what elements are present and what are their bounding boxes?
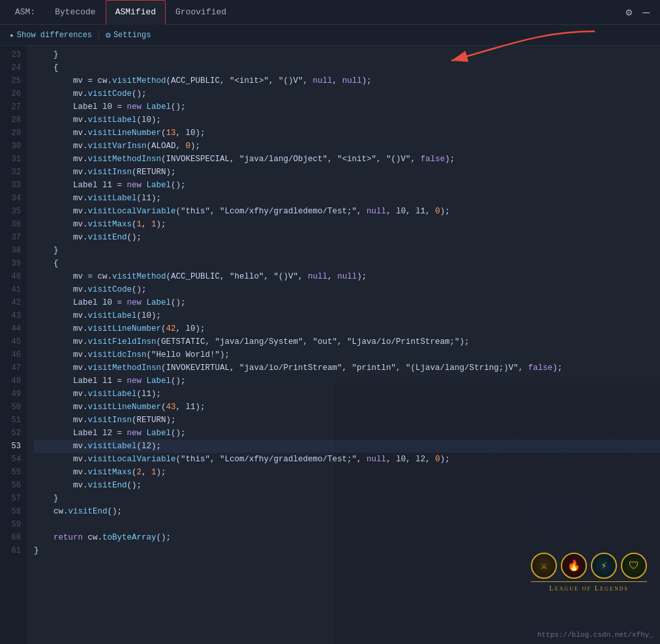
code-line: mv.visitEnd();	[34, 231, 660, 244]
code-line: Label l0 = new Label();	[34, 100, 660, 114]
gear-icon: ⚙	[106, 30, 111, 40]
line-number: 56	[0, 479, 21, 492]
toolbar: ✦ Show differences ⚙ Settings	[0, 25, 660, 46]
code-line: }	[34, 544, 660, 557]
line-number: 24	[0, 61, 21, 74]
diff-icon: ✦	[9, 30, 14, 40]
tab-asmified[interactable]: ASMified	[106, 0, 166, 25]
code-line: mv.visitMethodInsn(INVOKEVIRTUAL, "java/…	[34, 361, 660, 375]
line-number: 47	[0, 361, 21, 375]
line-number: 31	[0, 153, 21, 166]
code-line: mv.visitEnd();	[34, 479, 660, 492]
code-line: mv.visitLabel(l2);	[34, 440, 660, 453]
code-line: cw.visitEnd();	[34, 505, 660, 518]
line-number: 61	[0, 544, 21, 557]
code-line: mv.visitLineNumber(13, l0);	[34, 127, 660, 140]
line-number: 49	[0, 388, 21, 401]
line-number: 54	[0, 453, 21, 466]
code-line: mv.visitFieldInsn(GETSTATIC, "java/lang/…	[34, 335, 660, 348]
settings-icon[interactable]: ⚙	[621, 3, 638, 22]
line-number: 32	[0, 166, 21, 179]
code-line: mv = cw.visitMethod(ACC_PUBLIC, "hello",…	[34, 270, 660, 283]
line-number: 52	[0, 427, 21, 440]
line-number: 58	[0, 505, 21, 518]
code-line: mv.visitLocalVariable("this", "Lcom/xfhy…	[34, 453, 660, 466]
line-number: 43	[0, 309, 21, 322]
code-line: }	[34, 492, 660, 505]
code-line: Label l2 = new Label();	[34, 427, 660, 440]
line-number: 38	[0, 244, 21, 257]
code-line: mv.visitMaxs(2, 1);	[34, 466, 660, 479]
line-number: 41	[0, 283, 21, 296]
code-line: mv.visitLabel(l1);	[34, 388, 660, 401]
code-line: return cw.toByteArray();	[34, 531, 660, 544]
line-number: 25	[0, 74, 21, 87]
line-number: 42	[0, 296, 21, 309]
code-line: mv.visitMethodInsn(INVOKESPECIAL, "java/…	[34, 153, 660, 166]
code-line: }	[34, 244, 660, 257]
line-number: 36	[0, 218, 21, 231]
code-line: mv.visitLabel(l0);	[34, 309, 660, 322]
code-line: mv = cw.visitMethod(ACC_PUBLIC, "<init>"…	[34, 74, 660, 87]
code-line: mv.visitInsn(RETURN);	[34, 414, 660, 427]
line-number: 46	[0, 348, 21, 361]
line-number: 44	[0, 322, 21, 335]
code-line: Label l1 = new Label();	[34, 179, 660, 192]
code-line: mv.visitCode();	[34, 283, 660, 296]
line-number: 33	[0, 179, 21, 192]
code-line: mv.visitLocalVariable("this", "Lcom/xfhy…	[34, 205, 660, 218]
show-differences-btn[interactable]: ✦ Show differences	[5, 29, 96, 42]
line-number: 35	[0, 205, 21, 218]
line-number: 59	[0, 518, 21, 531]
code-line: mv.visitLdcInsn("Hello World!");	[34, 348, 660, 361]
code-line: mv.visitLabel(l1);	[34, 192, 660, 205]
tab-bytecode[interactable]: Bytecode	[45, 0, 105, 25]
line-number: 53	[0, 440, 21, 453]
code-line: {	[34, 61, 660, 74]
line-number: 60	[0, 531, 21, 544]
line-number: 40	[0, 270, 21, 283]
line-number: 37	[0, 231, 21, 244]
code-line: mv.visitInsn(RETURN);	[34, 166, 660, 179]
code-line: mv.visitLabel(l0);	[34, 114, 660, 127]
code-area: 2324252627282930313233343536373839404142…	[0, 46, 660, 644]
line-number: 51	[0, 414, 21, 427]
url-bar: https://blog.csdn.net/xfhy_	[537, 631, 653, 639]
code-line	[34, 518, 660, 531]
code-line: {	[34, 257, 660, 270]
code-line: mv.visitMaxs(1, 1);	[34, 218, 660, 231]
tab-groovified[interactable]: Groovified	[166, 0, 236, 25]
line-number: 29	[0, 127, 21, 140]
minimize-icon[interactable]: —	[637, 3, 655, 22]
line-number: 30	[0, 140, 21, 153]
line-number: 50	[0, 401, 21, 414]
code-line: mv.visitLineNumber(43, l1);	[34, 401, 660, 414]
line-number: 55	[0, 466, 21, 479]
code-line: Label l0 = new Label();	[34, 296, 660, 309]
line-number: 28	[0, 114, 21, 127]
code-line: }	[34, 48, 660, 61]
settings-btn[interactable]: ⚙ Settings	[102, 29, 155, 42]
tab-bar: ASM: Bytecode ASMified Groovified ⚙ —	[0, 0, 660, 25]
code-line: mv.visitLineNumber(42, l0);	[34, 322, 660, 335]
tab-asm[interactable]: ASM:	[5, 0, 45, 25]
code-line: mv.visitVarInsn(ALOAD, 0);	[34, 140, 660, 153]
code-line: mv.visitCode();	[34, 87, 660, 100]
line-number: 27	[0, 100, 21, 114]
code-line: Label l1 = new Label();	[34, 375, 660, 388]
line-number: 57	[0, 492, 21, 505]
toolbar-divider	[98, 29, 99, 41]
line-number: 48	[0, 375, 21, 388]
line-number: 39	[0, 257, 21, 270]
code-content[interactable]: } { mv = cw.visitMethod(ACC_PUBLIC, "<in…	[27, 46, 660, 644]
line-number: 26	[0, 87, 21, 100]
line-number: 45	[0, 335, 21, 348]
line-numbers: 2324252627282930313233343536373839404142…	[0, 46, 27, 644]
line-number: 34	[0, 192, 21, 205]
line-number: 23	[0, 48, 21, 61]
